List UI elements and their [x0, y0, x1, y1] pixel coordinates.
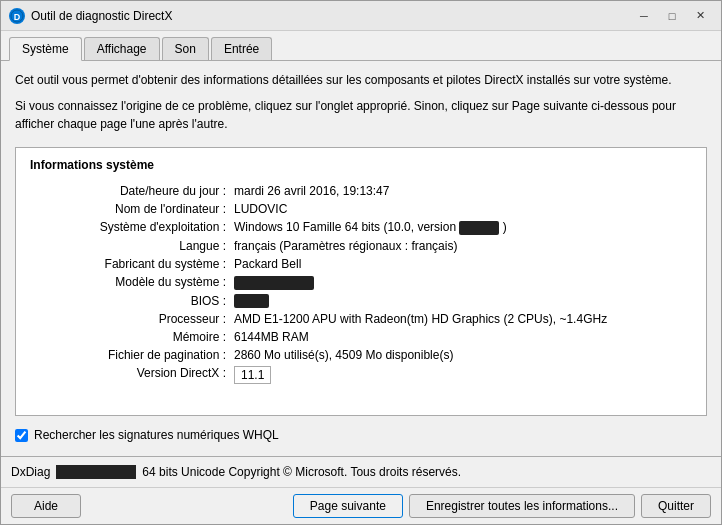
- info-group-title: Informations système: [30, 158, 692, 172]
- value-directx: 11.1: [230, 364, 692, 386]
- value-os: Windows 10 Famille 64 bits (10.0, versio…: [230, 218, 692, 237]
- table-row: Langue : français (Paramètres régionaux …: [30, 237, 692, 255]
- content-area: Cet outil vous permet d'obtenir des info…: [1, 61, 721, 456]
- help-button[interactable]: Aide: [11, 494, 81, 518]
- label-model: Modèle du système :: [30, 273, 230, 292]
- table-row: Système d'exploitation : Windows 10 Fami…: [30, 218, 692, 237]
- buttons-row: Aide Page suivante Enregistrer toutes le…: [1, 487, 721, 524]
- redacted-os-version: [459, 221, 499, 235]
- dxdiag-redacted: [56, 465, 136, 479]
- window-controls: ─ □ ✕: [631, 6, 713, 26]
- table-row: BIOS :: [30, 292, 692, 311]
- label-os: Système d'exploitation :: [30, 218, 230, 237]
- description-line2: Si vous connaissez l'origine de ce probl…: [15, 97, 707, 133]
- value-computer: LUDOVIC: [230, 200, 692, 218]
- system-info-table: Date/heure du jour : mardi 26 avril 2016…: [30, 182, 692, 386]
- value-memory: 6144MB RAM: [230, 328, 692, 346]
- whql-checkbox-row: Rechercher les signatures numériques WHQ…: [15, 424, 707, 446]
- label-computer: Nom de l'ordinateur :: [30, 200, 230, 218]
- svg-text:D: D: [14, 12, 21, 22]
- table-row: Date/heure du jour : mardi 26 avril 2016…: [30, 182, 692, 200]
- label-date: Date/heure du jour :: [30, 182, 230, 200]
- table-row: Nom de l'ordinateur : LUDOVIC: [30, 200, 692, 218]
- info-group: Informations système Date/heure du jour …: [15, 147, 707, 416]
- label-directx: Version DirectX :: [30, 364, 230, 386]
- tab-son[interactable]: Son: [162, 37, 209, 60]
- dxdiag-copyright: 64 bits Unicode Copyright © Microsoft. T…: [142, 465, 711, 479]
- redacted-bios: [234, 294, 269, 308]
- table-row: Processeur : AMD E1-1200 APU with Radeon…: [30, 310, 692, 328]
- tab-affichage[interactable]: Affichage: [84, 37, 160, 60]
- tabs-bar: Système Affichage Son Entrée: [1, 31, 721, 61]
- tab-entree[interactable]: Entrée: [211, 37, 272, 60]
- table-row: Fabricant du système : Packard Bell: [30, 255, 692, 273]
- value-bios: [230, 292, 692, 311]
- label-cpu: Processeur :: [30, 310, 230, 328]
- value-lang: français (Paramètres régionaux : françai…: [230, 237, 692, 255]
- table-row: Mémoire : 6144MB RAM: [30, 328, 692, 346]
- quit-button[interactable]: Quitter: [641, 494, 711, 518]
- label-lang: Langue :: [30, 237, 230, 255]
- directx-version-box: 11.1: [234, 366, 271, 384]
- label-bios: BIOS :: [30, 292, 230, 311]
- right-buttons: Page suivante Enregistrer toutes les inf…: [293, 494, 711, 518]
- close-button[interactable]: ✕: [687, 6, 713, 26]
- tab-systeme[interactable]: Système: [9, 37, 82, 61]
- whql-checkbox[interactable]: [15, 429, 28, 442]
- description-line1: Cet outil vous permet d'obtenir des info…: [15, 71, 707, 89]
- next-page-button[interactable]: Page suivante: [293, 494, 403, 518]
- dxdiag-bar: DxDiag 64 bits Unicode Copyright © Micro…: [1, 456, 721, 487]
- label-pagefile: Fichier de pagination :: [30, 346, 230, 364]
- maximize-button[interactable]: □: [659, 6, 685, 26]
- table-row: Fichier de pagination : 2860 Mo utilisé(…: [30, 346, 692, 364]
- value-date: mardi 26 avril 2016, 19:13:47: [230, 182, 692, 200]
- app-icon: D: [9, 8, 25, 24]
- table-row-directx: Version DirectX : 11.1: [30, 364, 692, 386]
- save-info-button[interactable]: Enregistrer toutes les informations...: [409, 494, 635, 518]
- title-bar: D Outil de diagnostic DirectX ─ □ ✕: [1, 1, 721, 31]
- value-model: [230, 273, 692, 292]
- table-row: Modèle du système :: [30, 273, 692, 292]
- label-memory: Mémoire :: [30, 328, 230, 346]
- dxdiag-text: DxDiag: [11, 465, 50, 479]
- value-pagefile: 2860 Mo utilisé(s), 4509 Mo disponible(s…: [230, 346, 692, 364]
- main-window: D Outil de diagnostic DirectX ─ □ ✕ Syst…: [0, 0, 722, 525]
- value-cpu: AMD E1-1200 APU with Radeon(tm) HD Graph…: [230, 310, 692, 328]
- whql-label[interactable]: Rechercher les signatures numériques WHQ…: [34, 428, 279, 442]
- label-manufacturer: Fabricant du système :: [30, 255, 230, 273]
- value-manufacturer: Packard Bell: [230, 255, 692, 273]
- minimize-button[interactable]: ─: [631, 6, 657, 26]
- window-title: Outil de diagnostic DirectX: [31, 9, 631, 23]
- redacted-model: [234, 276, 314, 290]
